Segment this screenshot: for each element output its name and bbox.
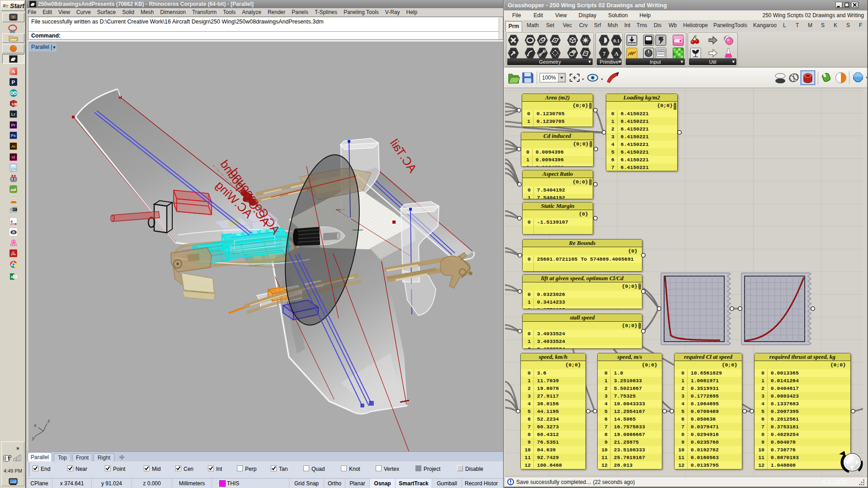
svg-text:S: S	[12, 103, 14, 106]
svg-text:100%: 100%	[542, 75, 556, 81]
svg-text:z: z	[47, 418, 50, 423]
svg-text:0.1: 0.1	[613, 38, 620, 43]
svg-text:S: S	[12, 15, 14, 19]
svg-text:7: 7	[603, 50, 606, 57]
svg-text:W: W	[14, 103, 17, 106]
svg-text:A: A	[614, 50, 619, 57]
svg-text:AC.Tail: AC.Tail	[387, 136, 420, 175]
svg-text:X: X	[10, 274, 13, 279]
svg-text:TELAS: TELAS	[11, 223, 15, 225]
svg-text:y: y	[32, 435, 35, 441]
svg-text:x: x	[33, 422, 37, 428]
